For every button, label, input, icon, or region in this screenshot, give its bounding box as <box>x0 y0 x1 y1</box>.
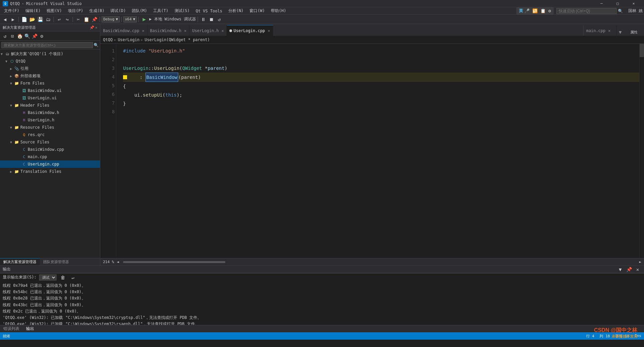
tree-references[interactable]: ▶ 📎 引用 <box>0 65 100 72</box>
toolbar-more-2[interactable]: ⏹ <box>208 16 215 23</box>
breadcrumb-class[interactable]: UserLogin <box>118 37 139 42</box>
tree-form-files[interactable]: ▼ 📁 Form Files <box>0 80 100 87</box>
tab-basicwindow-cpp-close[interactable]: ✕ <box>142 28 144 33</box>
toolbar-back[interactable]: ◀ <box>1 16 9 23</box>
menu-file[interactable]: 文件(F) <box>1 7 22 15</box>
editor-tab-overflow[interactable]: ▼ <box>617 28 624 36</box>
code-editor[interactable]: 1 2 3 4 5 6 7 8 #include "UserLogin.h" U… <box>100 44 644 258</box>
menu-qtvs[interactable]: Qt VS Tools <box>193 7 225 15</box>
toolbar-open[interactable]: 📂 <box>28 16 36 23</box>
sidebar-tab-team[interactable]: 团队资源管理器 <box>40 258 72 265</box>
tab-main-cpp-close[interactable]: ✕ <box>608 28 611 33</box>
run-label[interactable]: ▶ 本地 Windows 调试器 <box>149 16 196 22</box>
tab-userlogin-h[interactable]: UserLogin.h ✕ <box>190 25 227 36</box>
sidebar-tool-4[interactable]: 🔍 <box>23 32 31 40</box>
menu-build[interactable]: 生成(B) <box>87 7 107 15</box>
sidebar-pin-icon[interactable]: 📌 <box>90 25 94 30</box>
tab-basicwindow-cpp[interactable]: BasicWindow.cpp ✕ <box>100 25 147 36</box>
tree-basicwindow-cpp[interactable]: C BasicWindow.cpp <box>0 146 100 153</box>
properties-tab[interactable]: 属性 <box>624 28 644 36</box>
sidebar-tool-1[interactable]: ↺ <box>1 32 9 40</box>
toolbar-redo[interactable]: ↪ <box>64 16 71 23</box>
menu-analyze[interactable]: 分析(N) <box>226 7 246 15</box>
tree-basicwindow-ui[interactable]: 🖼 BasicWindow.ui <box>0 87 100 94</box>
tree-main-cpp[interactable]: C main.cpp <box>0 153 100 160</box>
tree-source-files[interactable]: ▼ 📁 Source Files <box>0 138 100 146</box>
toolbar-more-3[interactable]: ↺ <box>216 16 223 23</box>
search-icon[interactable]: 🔍 <box>618 9 623 13</box>
sidebar-tab-solution[interactable]: 解决方案资源管理器 <box>0 258 40 265</box>
output-source-select[interactable]: 调试 <box>39 274 57 280</box>
debug-config-dropdown[interactable]: Debug ▼ <box>102 16 120 22</box>
breadcrumb-project[interactable]: QtQQ <box>103 37 113 42</box>
sogou-bar: 英 🎤 🔁 📋 ⚙️ <box>516 7 553 14</box>
output-wrap-btn[interactable]: ↵ <box>69 274 77 281</box>
menu-window[interactable]: 窗口(W) <box>247 7 267 15</box>
menu-team[interactable]: 团队(M) <box>129 7 150 15</box>
menu-help[interactable]: 帮助(H) <box>268 7 289 15</box>
output-tab-output[interactable]: 输出 <box>23 325 37 333</box>
tab-userlogin-cpp-close[interactable]: ✕ <box>267 28 270 33</box>
minimize-button[interactable]: ─ <box>594 0 609 7</box>
output-collapse-btn[interactable]: ▼ <box>617 266 624 273</box>
tab-userlogin-h-close[interactable]: ✕ <box>221 28 224 33</box>
zoom-scroll-right[interactable]: ► <box>639 260 641 264</box>
restore-button[interactable]: □ <box>610 0 625 7</box>
platform-dropdown[interactable]: x64 ▼ <box>123 16 137 22</box>
breadcrumb-method[interactable]: UserLogin(QWidget * parent) <box>144 37 210 42</box>
toolbar-copy[interactable]: 📋 <box>83 16 90 23</box>
close-button[interactable]: ✕ <box>626 0 641 7</box>
editor-tab-bar: BasicWindow.cpp ✕ BasicWindow.h ✕ UserLo… <box>100 24 644 36</box>
menu-project[interactable]: 项目(P) <box>65 7 86 15</box>
sidebar-close-icon[interactable]: ✕ <box>95 25 97 30</box>
tab-basicwindow-h-close[interactable]: ✕ <box>184 28 187 33</box>
tree-userlogin-h[interactable]: H UserLogin.h <box>0 116 100 124</box>
zoom-scrollbar-track[interactable] <box>123 261 635 263</box>
tree-solution[interactable]: ▼ 🗂 解决方案'QtQQ'(1 个项目) <box>0 50 100 57</box>
toolbar-cut[interactable]: ✂ <box>75 16 82 23</box>
output-tab-errors[interactable]: 错误列表 <box>0 325 23 332</box>
tree-basicwindow-h[interactable]: H BasicWindow.h <box>0 109 100 116</box>
tab-userlogin-cpp[interactable]: UserLogin.cpp ✕ <box>227 25 273 36</box>
output-clear-btn[interactable]: 🗑 <box>59 274 67 281</box>
quick-search-input[interactable] <box>556 8 617 14</box>
tree-project[interactable]: ▼ ⬡ QtQQ <box>0 57 100 65</box>
toolbar-paste[interactable]: 📌 <box>91 16 98 23</box>
toolbar-save[interactable]: 💾 <box>36 16 44 23</box>
toolbar-save-all[interactable]: 🗂 <box>44 16 52 23</box>
run-button[interactable]: ▶ <box>140 16 148 23</box>
menu-test[interactable]: 测试(S) <box>172 7 193 15</box>
zoom-level[interactable]: 214 % <box>103 260 114 264</box>
tree-external-deps[interactable]: ▶ 📦 外部依赖项 <box>0 72 100 80</box>
zoom-scroll-left[interactable]: ◄ <box>117 260 119 264</box>
menu-tools[interactable]: 工具(T) <box>150 7 171 15</box>
toolbar-forward[interactable]: ▶ <box>9 16 17 23</box>
ulcpp-icon: C <box>21 161 27 167</box>
vertical-scrollbar[interactable] <box>639 44 644 258</box>
code-content[interactable]: #include "UserLogin.h" UserLogin::UserLo… <box>116 44 639 258</box>
sidebar-tool-5[interactable]: 📌 <box>31 32 38 40</box>
toolbar-more-1[interactable]: ⏸ <box>200 16 207 23</box>
toolbar-undo[interactable]: ↩ <box>56 16 63 23</box>
toolbar-new[interactable]: 📄 <box>20 16 28 23</box>
tree-resource-files[interactable]: ▼ 📁 Resource Files <box>0 124 100 131</box>
sidebar-tool-2[interactable]: ⊡ <box>9 32 16 40</box>
menu-view[interactable]: 视图(V) <box>44 7 65 15</box>
tab-basicwindow-h[interactable]: BasicWindow.h ✕ <box>147 25 190 36</box>
sidebar-tool-6[interactable]: ⚙️ <box>38 32 45 40</box>
tab-main-cpp[interactable]: main.cpp ✕ <box>583 25 617 36</box>
tree-userlogin-ui[interactable]: 🖼 UserLogin.ui <box>0 94 100 102</box>
zoom-scrollbar-thumb[interactable] <box>123 261 225 263</box>
output-pin-btn[interactable]: 📌 <box>625 266 633 273</box>
tree-res-qrc[interactable]: Q res.qrc <box>0 131 100 138</box>
menu-debug[interactable]: 调试(D) <box>108 7 128 15</box>
solution-search-input[interactable] <box>1 42 93 48</box>
solution-search-icon[interactable]: 🔍 <box>94 43 99 47</box>
tree-header-files[interactable]: ▼ 📁 Header Files <box>0 102 100 109</box>
sidebar-tool-3[interactable]: 🏠 <box>16 32 23 40</box>
menu-edit[interactable]: 编辑(E) <box>23 7 43 15</box>
scrollbar-thumb[interactable] <box>640 44 644 57</box>
tree-translation-files[interactable]: ▶ 📁 Translation Files <box>0 168 100 175</box>
output-close-btn[interactable]: ✕ <box>634 266 641 273</box>
tree-userlogin-cpp[interactable]: C UserLogin.cpp <box>0 160 100 168</box>
